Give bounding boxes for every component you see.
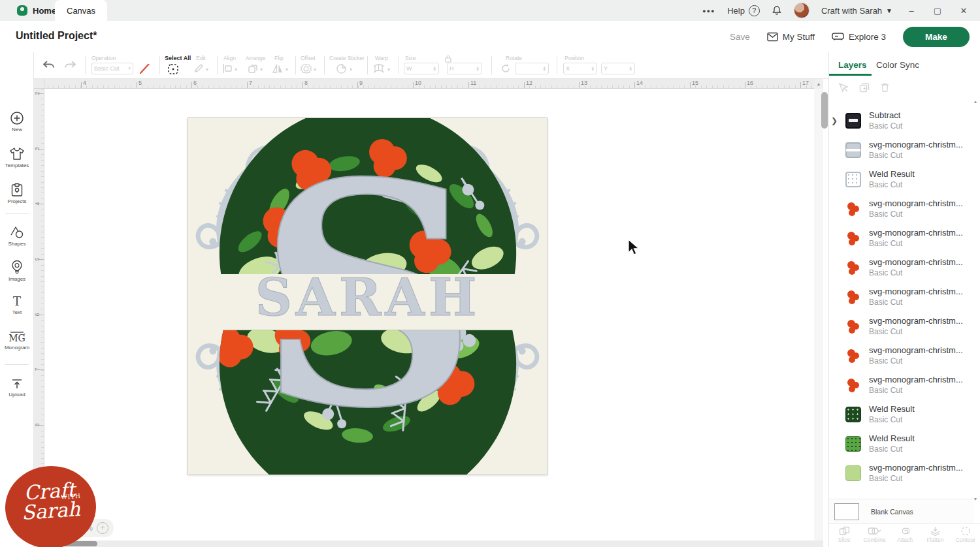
create-sticker-label: Create Sticker xyxy=(329,55,365,61)
account-menu[interactable]: Craft with Sarah ▼ xyxy=(821,6,892,16)
stepper-icon: ▲▼ xyxy=(629,66,632,72)
tab-layers[interactable]: Layers xyxy=(838,60,867,70)
arrange-icon[interactable] xyxy=(248,63,258,74)
scroll-up-icon[interactable]: ▲ xyxy=(972,99,979,104)
scroll-up-icon[interactable]: ▲ xyxy=(814,79,823,89)
notifications-bell-icon[interactable] xyxy=(772,5,782,16)
project-title[interactable]: Untitled Project* xyxy=(16,30,97,42)
blank-canvas-row[interactable]: Blank Canvas xyxy=(829,499,974,524)
align-icon[interactable] xyxy=(222,63,233,74)
sidebar-item-monogram[interactable]: ΜƓ Monogram xyxy=(0,330,34,351)
vertical-scroll-thumb[interactable] xyxy=(821,92,828,129)
sidebar-item-upload[interactable]: Upload xyxy=(0,377,34,398)
avatar[interactable] xyxy=(794,3,809,18)
design-artboard[interactable]: S S SARAH xyxy=(188,117,547,475)
delete-layer-icon[interactable] xyxy=(880,82,890,93)
warp-icon[interactable] xyxy=(372,63,385,74)
sidebar-item-new[interactable]: New xyxy=(0,111,34,133)
layer-thumbnail xyxy=(845,289,861,305)
sidebar-item-templates[interactable]: Templates xyxy=(0,147,34,168)
tab-canvas[interactable]: Canvas xyxy=(55,0,107,21)
ruler-number: 7 xyxy=(34,367,41,371)
sidebar-item-shapes[interactable]: Shapes xyxy=(0,225,34,247)
sidebar-item-projects[interactable]: Projects xyxy=(0,183,34,204)
combine-button[interactable]: Combine xyxy=(859,524,889,547)
slice-button[interactable]: Slice xyxy=(829,524,859,547)
layer-row[interactable]: ❯ SubtractBasic Cut xyxy=(829,106,974,135)
layer-operation: Basic Cut xyxy=(869,327,963,336)
select-all-icon[interactable] xyxy=(167,63,179,75)
contour-button[interactable]: Contour xyxy=(951,524,980,547)
size-label: Size xyxy=(405,55,416,61)
tab-color-sync[interactable]: Color Sync xyxy=(876,60,919,70)
attach-button[interactable]: Attach xyxy=(890,524,920,547)
size-height-input[interactable]: H ▲▼ xyxy=(447,63,482,74)
monogram-design[interactable]: S S SARAH xyxy=(188,118,547,475)
redo-icon[interactable] xyxy=(63,60,77,70)
layer-row[interactable]: Weld ResultBasic Cut xyxy=(829,399,974,429)
position-x-prefix: X xyxy=(566,65,570,72)
rotate-input[interactable]: ▲▼ xyxy=(515,63,549,74)
layer-row[interactable]: svg-monogram-christm...Basic Cut xyxy=(829,135,974,164)
position-x-input[interactable]: X ▲▼ xyxy=(563,63,597,74)
canvas-horizontal-scrollbar[interactable]: ◀ xyxy=(34,540,823,547)
layer-thumbnail xyxy=(845,377,861,393)
select-all-label: Select All xyxy=(165,55,191,61)
flip-icon[interactable] xyxy=(272,63,284,74)
machine-select[interactable]: Explore 3 xyxy=(832,32,886,42)
ruler-number: 10 xyxy=(415,80,421,86)
ruler-number: 13 xyxy=(581,80,587,86)
undo-icon[interactable] xyxy=(42,60,56,70)
operation-dropdown[interactable]: Basic Cut ▾ xyxy=(91,63,133,74)
layer-row[interactable]: Weld ResultBasic Cut xyxy=(829,164,974,194)
pen-color-icon[interactable] xyxy=(139,62,152,75)
rotate-icon[interactable] xyxy=(500,63,511,74)
more-menu-icon[interactable]: ••• xyxy=(702,6,715,16)
layer-name: Weld Result xyxy=(869,169,915,179)
layers-panel: Layers Color Sync ❯ SubtractBasic Cut sv… xyxy=(828,52,980,547)
select-layer-icon[interactable] xyxy=(838,82,849,93)
make-button[interactable]: Make xyxy=(903,27,970,47)
layer-operation: Basic Cut xyxy=(869,386,963,395)
flatten-button[interactable]: Flatten xyxy=(920,524,950,547)
layer-row[interactable]: svg-monogram-christm...Basic Cut xyxy=(829,194,974,223)
sidebar-item-text[interactable]: T Text xyxy=(0,295,34,315)
layer-name: svg-monogram-christm... xyxy=(869,140,963,149)
layer-row[interactable]: svg-monogram-christm...Basic Cut xyxy=(829,223,974,253)
expand-chevron-icon[interactable]: ❯ xyxy=(829,116,840,125)
layer-row[interactable]: svg-monogram-christm...Basic Cut xyxy=(829,341,974,370)
layer-row[interactable]: svg-monogram-christm...Basic Cut xyxy=(829,370,974,399)
layer-row[interactable]: svg-monogram-christm...Basic Cut xyxy=(829,253,974,282)
zoom-in-button[interactable]: + xyxy=(97,522,108,534)
position-y-input[interactable]: Y ▲▼ xyxy=(601,63,635,74)
layer-operation: Basic Cut xyxy=(869,356,963,366)
operation-label: Operation xyxy=(91,55,116,61)
help-menu[interactable]: Help ? xyxy=(727,5,760,16)
window-maximize-button[interactable]: ▢ xyxy=(930,6,945,16)
duplicate-layer-icon[interactable] xyxy=(859,82,870,93)
blank-canvas-swatch[interactable] xyxy=(834,503,859,520)
layer-row[interactable]: svg-monogram-christm...Basic Cut xyxy=(829,458,974,488)
save-button[interactable]: Save xyxy=(730,32,750,42)
window-close-button[interactable]: ✕ xyxy=(956,6,971,16)
layer-thumbnail xyxy=(845,407,861,422)
edit-label: Edit xyxy=(196,55,206,61)
layer-row[interactable]: svg-monogram-christm...Basic Cut xyxy=(829,282,974,311)
window-minimize-button[interactable]: – xyxy=(904,6,919,16)
my-stuff-button[interactable]: My Stuff xyxy=(767,32,815,42)
canvas-viewport[interactable]: S S SARAH xyxy=(44,89,814,540)
create-sticker-icon[interactable] xyxy=(336,63,347,74)
canvas-vertical-scrollbar[interactable]: ▲ xyxy=(814,79,823,547)
sidebar-item-label: Monogram xyxy=(0,345,34,351)
sidebar-item-images[interactable]: Images xyxy=(0,260,34,282)
layer-row[interactable]: Weld ResultBasic Cut xyxy=(829,429,974,458)
edit-pencil-icon[interactable] xyxy=(193,63,204,74)
layer-thumbnail xyxy=(845,348,861,364)
sidebar-item-label: Text xyxy=(0,309,34,315)
layer-row[interactable]: svg-monogram-christm...Basic Cut xyxy=(829,311,974,341)
offset-icon[interactable] xyxy=(301,63,312,74)
flatten-label: Flatten xyxy=(920,537,950,543)
size-width-input[interactable]: W ▲▼ xyxy=(404,63,439,74)
layer-list-scrollbar[interactable]: ▲ ▼ xyxy=(972,99,979,501)
size-lock-icon[interactable] xyxy=(444,55,452,63)
